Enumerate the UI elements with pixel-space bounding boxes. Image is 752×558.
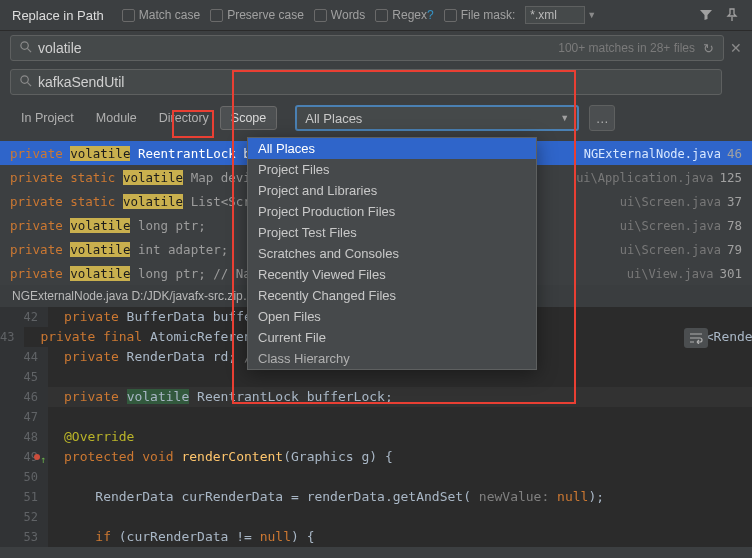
scope-option[interactable]: Project Test Files — [248, 222, 536, 243]
scope-tab-directory[interactable]: Directory — [148, 106, 220, 130]
scope-option[interactable]: Recently Viewed Files — [248, 264, 536, 285]
pin-icon[interactable] — [724, 7, 740, 23]
code-line[interactable]: 52 — [0, 507, 752, 527]
scope-option[interactable]: All Places — [248, 138, 536, 159]
code-line[interactable]: 45 — [0, 367, 752, 387]
find-input-wrapper[interactable]: 100+ matches in 28+ files ↻ — [10, 35, 724, 61]
preserve-case-checkbox[interactable]: Preserve case — [210, 8, 304, 22]
scope-more-button[interactable]: … — [589, 105, 615, 131]
filemask-input[interactable] — [525, 6, 585, 24]
regex-help-icon[interactable]: ? — [427, 8, 434, 22]
scope-option[interactable]: Recently Changed Files — [248, 285, 536, 306]
code-line[interactable]: 53 if (curRenderData != null) { — [0, 527, 752, 547]
scope-option[interactable]: Project Files — [248, 159, 536, 180]
scope-selected-label: All Places — [305, 111, 362, 126]
search-icon — [19, 40, 32, 56]
history-icon[interactable]: ↻ — [701, 41, 715, 56]
checkbox-box[interactable] — [375, 9, 388, 22]
soft-wrap-icon[interactable] — [684, 328, 708, 348]
scope-option[interactable]: Project Production Files — [248, 201, 536, 222]
replace-input[interactable] — [38, 74, 713, 90]
scope-option[interactable]: Current File — [248, 327, 536, 348]
code-line[interactable]: 46private volatile ReentrantLock bufferL… — [0, 387, 752, 407]
scope-option[interactable]: Class Hierarchy — [248, 348, 536, 369]
scope-tabs-row: In ProjectModuleDirectoryScope All Place… — [0, 99, 752, 141]
regex-checkbox[interactable]: Regex ? — [375, 8, 433, 22]
words-label: Words — [331, 8, 365, 22]
scope-tab-in-project[interactable]: In Project — [10, 106, 85, 130]
filemask-checkbox[interactable]: File mask: — [444, 8, 516, 22]
checkbox-box[interactable] — [122, 9, 135, 22]
match-case-label: Match case — [139, 8, 200, 22]
close-icon[interactable]: ✕ — [730, 40, 742, 56]
scope-tab-scope[interactable]: Scope — [220, 106, 277, 130]
scope-combobox[interactable]: All Places ▼ — [295, 105, 579, 131]
filter-icon[interactable] — [698, 7, 714, 23]
scope-option[interactable]: Scratches and Consoles — [248, 243, 536, 264]
chevron-down-icon: ▼ — [560, 113, 569, 123]
search-icon — [19, 74, 32, 90]
svg-line-1 — [27, 48, 31, 52]
checkbox-box[interactable] — [210, 9, 223, 22]
dialog-title: Replace in Path — [12, 8, 104, 23]
code-line[interactable]: 47 — [0, 407, 752, 427]
code-line[interactable]: 49↑protected void renderContent(Graphics… — [0, 447, 752, 467]
checkbox-box[interactable] — [444, 9, 457, 22]
scope-option[interactable]: Open Files — [248, 306, 536, 327]
find-input[interactable] — [38, 40, 552, 56]
preserve-case-label: Preserve case — [227, 8, 304, 22]
scope-dropdown[interactable]: All PlacesProject FilesProject and Libra… — [247, 137, 537, 370]
filemask-label: File mask: — [461, 8, 516, 22]
code-line[interactable]: 51 RenderData curRenderData = renderData… — [0, 487, 752, 507]
words-checkbox[interactable]: Words — [314, 8, 365, 22]
replace-input-wrapper[interactable] — [10, 69, 722, 95]
code-line[interactable]: 48@Override — [0, 427, 752, 447]
chevron-down-icon[interactable]: ▼ — [587, 10, 596, 20]
match-case-checkbox[interactable]: Match case — [122, 8, 200, 22]
svg-point-0 — [21, 42, 28, 49]
regex-label: Regex — [392, 8, 427, 22]
match-stats: 100+ matches in 28+ files — [558, 41, 695, 55]
svg-point-2 — [21, 76, 28, 83]
checkbox-box[interactable] — [314, 9, 327, 22]
code-line[interactable]: 50 — [0, 467, 752, 487]
scope-tab-module[interactable]: Module — [85, 106, 148, 130]
find-row: 100+ matches in 28+ files ↻ ✕ — [0, 31, 752, 65]
replace-row — [0, 65, 752, 99]
svg-line-3 — [27, 82, 31, 86]
scope-option[interactable]: Project and Libraries — [248, 180, 536, 201]
titlebar: Replace in Path Match case Preserve case… — [0, 0, 752, 31]
